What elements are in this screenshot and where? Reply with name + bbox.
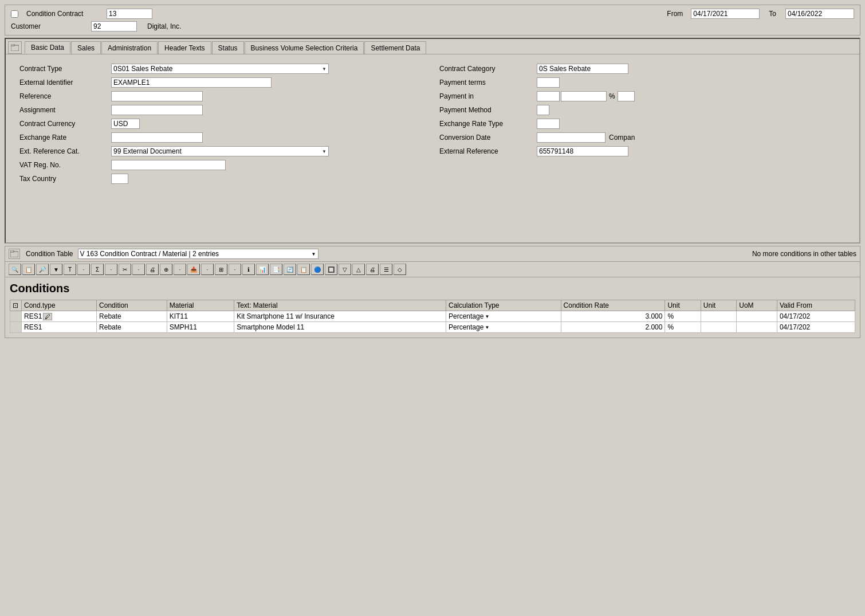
contract-category-label: Contract Category xyxy=(439,65,537,73)
toolbar-btn-print2[interactable]: 🖨 xyxy=(366,264,379,275)
toolbar-btn-plus-arr[interactable]: · xyxy=(174,264,186,275)
col-header-uom[interactable]: UoM xyxy=(737,300,777,311)
ext-ref-cat-value: 99 External Document xyxy=(113,147,182,155)
condition-contract-input[interactable] xyxy=(107,9,152,19)
row1-calc-type: Percentage ▼ xyxy=(446,311,561,322)
toolbar-btn-circle[interactable]: 🔵 xyxy=(311,264,324,275)
tab-sales[interactable]: Sales xyxy=(71,41,101,54)
toolbar-btn-print[interactable]: 🖨 xyxy=(146,264,159,275)
tab-settlement-data[interactable]: Settlement Data xyxy=(364,41,426,54)
payment-in-input3[interactable] xyxy=(618,91,635,101)
toolbar-btn-dot[interactable]: · xyxy=(77,264,90,275)
vat-reg-no-input[interactable] xyxy=(111,160,226,170)
contract-type-dropdown[interactable]: 0S01 Sales Rebate ▼ xyxy=(111,64,329,74)
condition-contract-checkbox[interactable] xyxy=(11,10,18,18)
form-right: Contract Category Payment terms Payment … xyxy=(433,61,852,190)
folder-icon-btn[interactable] xyxy=(8,41,22,54)
conversion-date-label: Conversion Date xyxy=(439,134,537,142)
toolbar-btn-filter[interactable]: ▼ xyxy=(50,264,62,275)
toolbar-btn-filter2[interactable]: T xyxy=(64,264,76,275)
tab-administration[interactable]: Administration xyxy=(101,41,158,54)
reference-input[interactable] xyxy=(111,91,203,101)
exchange-rate-input[interactable] xyxy=(111,132,203,143)
svg-rect-1 xyxy=(11,44,14,46)
tab-status[interactable]: Status xyxy=(212,41,244,54)
ext-ref-cat-dropdown[interactable]: 99 External Document ▼ xyxy=(111,146,329,156)
col-header-text-material[interactable]: Text: Material xyxy=(234,300,446,311)
tax-country-input[interactable] xyxy=(111,174,128,184)
col-header-cond-type[interactable]: Cond.type xyxy=(22,300,97,311)
tab-business-volume[interactable]: Business Volume Selection Criteria xyxy=(245,41,364,54)
assignment-input[interactable] xyxy=(111,105,203,115)
conversion-date-input[interactable] xyxy=(537,132,606,143)
toolbar-btn-sigma-arr[interactable]: · xyxy=(105,264,117,275)
toolbar-btn-note[interactable]: 📑 xyxy=(270,264,282,275)
col-header-cond-rate[interactable]: Condition Rate xyxy=(561,300,665,311)
condition-table-dropdown[interactable]: V 163 Condition Contract / Material | 2 … xyxy=(78,249,319,259)
col-header-unit[interactable]: Unit xyxy=(665,300,701,311)
ext-ref-cat-label: Ext. Reference Cat. xyxy=(19,147,111,155)
from-date-input[interactable] xyxy=(691,9,760,19)
toolbar-row: 🔍 📋 🔎 ▼ T · Σ · ✂ · 🖨 ⊕ · 📥 · ⊞ · ℹ 📊 📑 … xyxy=(5,262,860,277)
row2-unit: % xyxy=(665,322,701,333)
contract-category-input[interactable] xyxy=(537,64,628,74)
toolbar-btn-list[interactable]: ☰ xyxy=(380,264,392,275)
toolbar-btn-cut-arr[interactable]: · xyxy=(132,264,145,275)
external-identifier-input[interactable] xyxy=(111,77,272,88)
toolbar-btn-dl-arr[interactable]: · xyxy=(201,264,214,275)
tab-basic-data[interactable]: Basic Data xyxy=(25,41,70,54)
toolbar-btn-plus[interactable]: ⊕ xyxy=(160,264,172,275)
row1-calc-dropdown[interactable]: ▼ xyxy=(485,314,489,319)
condition-contract-label: Condition Contract xyxy=(26,10,101,18)
condition-table-value: V 163 Condition Contract / Material | 2 … xyxy=(80,250,219,258)
toolbar-btn-paste[interactable]: 📋 xyxy=(297,264,310,275)
table-row: RES1 Rebate SMPH11 Smartphone Model 11 P… xyxy=(10,322,855,333)
to-date-input[interactable] xyxy=(785,9,854,19)
toolbar-btn-grid[interactable]: ⊞ xyxy=(215,264,227,275)
row1-unit2 xyxy=(701,311,736,322)
payment-method-input[interactable] xyxy=(537,105,549,115)
condition-folder-btn[interactable] xyxy=(9,249,20,259)
toolbar-btn-chart[interactable]: 📊 xyxy=(256,264,269,275)
reference-label: Reference xyxy=(19,92,111,100)
row1-material: KIT11 xyxy=(167,311,234,322)
toolbar-btn-clipboard[interactable]: 📋 xyxy=(22,264,35,275)
toolbar-btn-search[interactable]: 🔍 xyxy=(9,264,21,275)
row1-edit-icon[interactable]: 🖊 xyxy=(43,313,52,320)
payment-terms-input[interactable] xyxy=(537,77,560,88)
col-header-condition[interactable]: Condition xyxy=(97,300,167,311)
row1-unit: % xyxy=(665,311,701,322)
payment-method-label: Payment Method xyxy=(439,106,537,114)
col-header-valid-from[interactable]: Valid From xyxy=(777,300,855,311)
toolbar-btn-cut[interactable]: ✂ xyxy=(119,264,131,275)
row1-cond-type: RES1 🖊 xyxy=(22,311,97,322)
col-header-calc-type[interactable]: Calculation Type xyxy=(446,300,561,311)
external-reference-input[interactable] xyxy=(537,146,628,156)
toolbar-btn-square[interactable]: 🔲 xyxy=(325,264,337,275)
row2-cond-type: RES1 xyxy=(22,322,97,333)
row2-icon-cell xyxy=(10,322,22,333)
payment-in-input[interactable] xyxy=(537,91,560,101)
toolbar-btn-diamond[interactable]: ◇ xyxy=(394,264,406,275)
col-header-material[interactable]: Material xyxy=(167,300,234,311)
exchange-rate-type-input[interactable] xyxy=(537,119,560,129)
tab-header-texts[interactable]: Header Texts xyxy=(158,41,211,54)
toolbar-btn-sigma[interactable]: Σ xyxy=(91,264,104,275)
row2-calc-dropdown[interactable]: ▼ xyxy=(485,325,489,330)
toolbar-btn-up-tri[interactable]: △ xyxy=(352,264,365,275)
col-header-unit2[interactable]: Unit xyxy=(701,300,736,311)
toolbar-btn-info[interactable]: ℹ xyxy=(242,264,255,275)
toolbar-btn-copy[interactable]: 🔄 xyxy=(284,264,296,275)
toolbar-btn-down-tri[interactable]: ▽ xyxy=(339,264,351,275)
contract-type-value: 0S01 Sales Rebate xyxy=(113,65,172,73)
contract-currency-label: Contract Currency xyxy=(19,120,111,128)
toolbar-btn-grid-arr[interactable]: · xyxy=(229,264,241,275)
conditions-body: Conditions ⊡ Cond.type Condition xyxy=(5,277,860,338)
table-row: RES1 🖊 Rebate KIT11 Kit Smartphone 11 w/… xyxy=(10,311,855,322)
customer-input[interactable] xyxy=(91,21,137,32)
contract-currency-input[interactable] xyxy=(111,119,140,129)
toolbar-btn-find[interactable]: 🔎 xyxy=(36,264,49,275)
payment-in-input2[interactable] xyxy=(561,91,607,101)
tab-bar: Basic Data Sales Administration Header T… xyxy=(6,39,859,54)
toolbar-btn-dl[interactable]: 📥 xyxy=(187,264,200,275)
